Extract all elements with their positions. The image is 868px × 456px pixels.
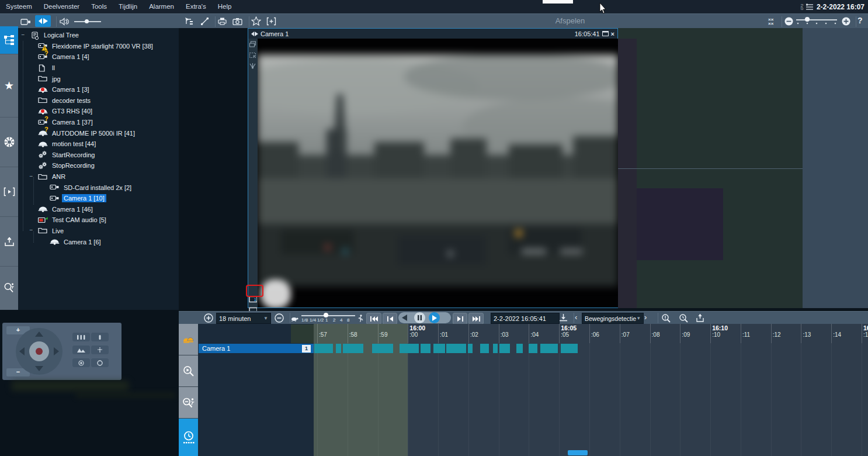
jump-to-time-icon[interactable] <box>558 313 568 322</box>
sidebar-tab-favorites[interactable]: ★ <box>0 54 18 118</box>
add-pane-icon[interactable] <box>264 15 278 27</box>
close-tile-icon[interactable]: × <box>611 30 614 37</box>
speed-slider[interactable] <box>301 315 355 316</box>
tree-item-camera-1-4-[interactable]: ?Camera 1 [4] <box>18 51 179 63</box>
sidebar-tab-image-pane[interactable] <box>0 167 18 217</box>
instant-playback-button[interactable] <box>35 15 51 27</box>
range-zoom-out-icon[interactable] <box>275 313 284 323</box>
tree-item-ll[interactable]: ll <box>18 63 179 74</box>
ptz-right-arrow[interactable] <box>54 347 59 355</box>
camera-track-header[interactable]: Camera 1 1 <box>199 344 314 353</box>
focus-near-button[interactable] <box>91 346 109 354</box>
menu-item-systeem[interactable]: Systeem <box>0 0 38 13</box>
tree-item-camera-1-10-[interactable]: Camera 1 [10] <box>18 193 179 204</box>
tree-item-autodome-ip-5000i-ir-41-[interactable]: ?AUTODOME IP 5000i IR [41] <box>18 127 179 139</box>
prev-frame-button[interactable] <box>383 313 397 324</box>
maximize-tile-icon[interactable] <box>602 31 609 36</box>
tree-item-camera-1-3-[interactable]: Camera 1 [3] <box>18 84 179 95</box>
prev-event-button[interactable]: ‹ <box>575 313 577 322</box>
ptz-down-arrow[interactable] <box>35 366 43 371</box>
collapse-panes-icon[interactable]: ×××× <box>765 15 779 27</box>
tree-expander-icon[interactable]: − <box>20 33 26 38</box>
next-event-button[interactable]: › <box>644 313 647 322</box>
ptz-up-arrow[interactable] <box>35 331 43 337</box>
next-frame-button[interactable] <box>453 313 467 324</box>
tree-item-motion-test-44-[interactable]: motion test [44] <box>18 139 179 150</box>
ptz-panel: + − <box>2 323 121 380</box>
layers-icon[interactable] <box>249 41 257 49</box>
skip-start-button[interactable] <box>366 313 381 324</box>
zoom-in-icon[interactable] <box>839 15 853 27</box>
sidebar-tab-bookmarks[interactable] <box>0 117 18 167</box>
sidebar-tab-search[interactable] <box>0 266 18 310</box>
motion-search-tab[interactable] <box>179 387 198 419</box>
timeline-tab[interactable] <box>179 419 198 456</box>
reverse-play-button[interactable] <box>402 315 407 321</box>
pane-count-slider[interactable] <box>796 19 837 20</box>
range-dropdown[interactable]: 18 minuten ▼ <box>216 313 271 324</box>
camera-pane-icon[interactable] <box>19 16 33 27</box>
datetime-field[interactable]: 2-2-2022 16:05:41 <box>491 313 560 324</box>
tree-item-test-cam-audio-5-[interactable]: Test CAM audio [5] <box>18 215 179 226</box>
menu-item-tijdlijn[interactable]: Tijdlijn <box>113 0 143 13</box>
zoom-tele-button[interactable] <box>91 333 109 341</box>
tree-item-startrecording[interactable]: StartRecording <box>18 150 179 161</box>
help-icon[interactable]: ? <box>857 16 863 25</box>
skip-end-button[interactable] <box>468 313 484 324</box>
iris-close-button[interactable] <box>72 358 90 367</box>
snapshot-icon[interactable] <box>230 15 244 27</box>
minute-tick <box>378 324 379 343</box>
volume-slider-knob[interactable] <box>85 19 89 23</box>
sidebar-tab-logical-tree[interactable] <box>0 26 18 54</box>
pane-maximize-icon[interactable] <box>197 15 211 27</box>
menu-item-deelvenster[interactable]: Deelvenster <box>38 0 85 13</box>
zoom-wide-button[interactable] <box>72 333 90 341</box>
dotted-pane-icon[interactable] <box>249 52 257 60</box>
iris-open-button[interactable] <box>91 358 109 367</box>
tree-item-logical-tree[interactable]: −Logical Tree <box>18 30 179 41</box>
menu-item-tools[interactable]: Tools <box>85 0 113 13</box>
alarm-list-tab[interactable] <box>179 324 198 355</box>
tree-item-decoder-tests[interactable]: decoder tests <box>18 95 179 106</box>
speaker-icon[interactable] <box>57 16 71 27</box>
tree-item-jpg[interactable]: jpg <box>18 73 179 84</box>
tree-item-camera-1-6-[interactable]: Camera 1 [6] <box>18 236 179 247</box>
tree-item-camera-1-46-[interactable]: Camera 1 [46] <box>18 204 179 215</box>
tree-item-stoprecording[interactable]: StopRecording <box>18 160 179 171</box>
export-video-icon[interactable] <box>695 313 705 323</box>
search-events-icon[interactable] <box>661 313 671 323</box>
tree-item-live[interactable]: −Live <box>18 226 179 237</box>
zoom-out-icon[interactable] <box>782 15 796 27</box>
menu-item-extras[interactable]: Extra's <box>180 0 212 13</box>
video-tile-camera1[interactable]: Camera 1 16:05:41 × 1 <box>248 28 618 308</box>
sidebar-tab-export[interactable] <box>0 216 18 267</box>
forensic-search-icon[interactable] <box>679 313 689 323</box>
tree-item-gt3-rhs-40-[interactable]: GT3 RHS [40] <box>18 106 179 117</box>
ptz-joystick[interactable] <box>16 328 63 375</box>
play-button[interactable] <box>429 312 440 323</box>
ptz-left-arrow[interactable] <box>19 347 25 355</box>
video-tile-header[interactable]: Camera 1 16:05:41 × <box>248 29 617 39</box>
pause-button[interactable] <box>414 312 425 323</box>
tree-item-label: Test CAM audio [5] <box>50 216 108 224</box>
monitor-1-icon[interactable]: 1 <box>249 296 257 304</box>
timeline-rail[interactable]: :57:58:5916:00:00:01:02:03:0416:05:05:06… <box>314 324 868 456</box>
favorite-icon[interactable] <box>249 15 263 27</box>
event-filter-dropdown[interactable]: Bewegingsdetectie ▼ <box>582 313 644 324</box>
fan-icon[interactable] <box>249 63 257 71</box>
speed-slider-knob[interactable] <box>324 313 328 317</box>
timeline-scrollbar-thumb[interactable] <box>568 450 588 455</box>
range-zoom-in-icon[interactable] <box>204 313 213 323</box>
menu-item-alarmen[interactable]: Alarmen <box>143 0 180 13</box>
pane-count-slider-knob[interactable] <box>805 17 810 22</box>
tree-item-sd-card-installed-2x-2-[interactable]: SD-Card installed 2x [2] <box>18 182 179 193</box>
focus-far-button[interactable] <box>72 346 90 354</box>
pane-restore-icon[interactable] <box>182 15 196 27</box>
tree-item-flexidome-ip-starlight-7000-vr-38-[interactable]: !Flexidome IP starlight 7000 VR [38] <box>18 41 179 52</box>
print-icon[interactable] <box>215 15 229 27</box>
tree-item-camera-1-37-[interactable]: ?Camera 1 [37] <box>18 117 179 128</box>
video-search-tab[interactable] <box>179 355 198 387</box>
ruler-major-label: 16:05 <box>561 324 577 331</box>
tree-item-anr[interactable]: −ANR <box>18 171 179 182</box>
menu-item-help[interactable]: Help <box>212 0 238 13</box>
